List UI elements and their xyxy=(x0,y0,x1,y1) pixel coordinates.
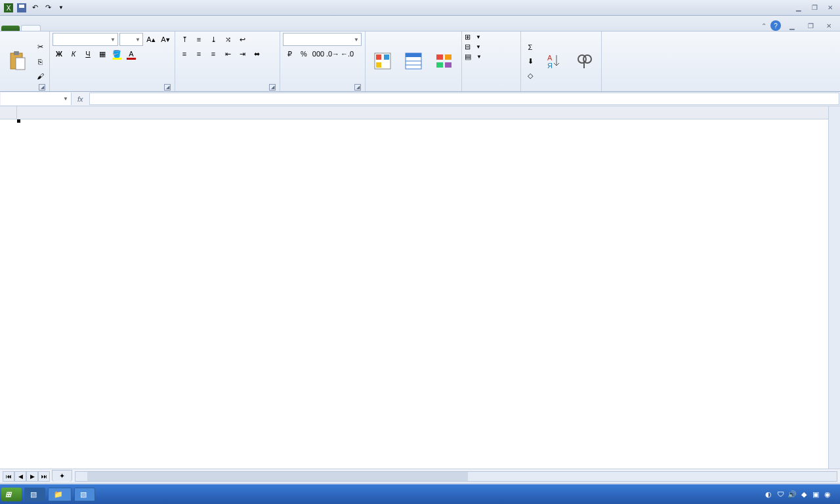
system-tray: ◐ 🛡 🔊 ◆ ▣ ◉ xyxy=(757,490,839,499)
file-tab[interactable] xyxy=(1,26,20,31)
fill-icon[interactable]: ⬇ xyxy=(524,55,537,68)
group-styles-label xyxy=(368,90,459,91)
paste-button[interactable] xyxy=(3,38,32,85)
wrap-text-icon[interactable]: ↩ xyxy=(236,33,249,46)
border-icon[interactable]: ▦ xyxy=(96,47,109,60)
align-middle-icon[interactable]: ≡ xyxy=(192,33,205,46)
decrease-font-icon[interactable]: A▾ xyxy=(159,33,172,46)
save-icon[interactable] xyxy=(16,2,28,14)
svg-rect-9 xyxy=(384,54,389,60)
align-center-icon[interactable]: ≡ xyxy=(192,47,205,60)
comma-icon[interactable]: 000 xyxy=(312,47,325,60)
select-all-corner[interactable] xyxy=(0,106,17,119)
italic-icon[interactable]: К xyxy=(67,47,80,60)
orientation-icon[interactable]: ⤭ xyxy=(221,33,234,46)
tray-icon-5[interactable]: ▣ xyxy=(811,490,820,499)
insert-cells-button[interactable]: ⊞▼ xyxy=(465,33,481,41)
align-top-icon[interactable]: ⤒ xyxy=(178,33,191,46)
sheet-prev-icon[interactable]: ◀ xyxy=(14,471,26,482)
new-sheet-button[interactable]: ✦ xyxy=(52,470,72,482)
format-cells-button[interactable]: ▤▼ xyxy=(465,52,482,61)
align-bottom-icon[interactable]: ⤓ xyxy=(207,33,220,46)
conditional-formatting-button[interactable] xyxy=(368,38,397,85)
format-as-table-button[interactable] xyxy=(399,38,428,85)
task-item-excel[interactable]: ▧ xyxy=(24,488,45,501)
tray-icon-2[interactable]: 🛡 xyxy=(776,490,785,499)
tray-icon-4[interactable]: ◆ xyxy=(799,490,808,499)
tray-icon-1[interactable]: ◐ xyxy=(764,490,773,499)
tab-formulas[interactable] xyxy=(77,26,96,31)
close-icon[interactable]: ✕ xyxy=(823,3,837,13)
format-painter-icon[interactable]: 🖌 xyxy=(33,70,47,83)
tray-icon-3[interactable]: 🔊 xyxy=(788,490,797,499)
start-button[interactable]: ⊞ xyxy=(1,488,22,501)
tab-insert[interactable] xyxy=(41,26,59,31)
minimize-icon[interactable]: ▁ xyxy=(791,3,806,13)
underline-icon[interactable]: Ч xyxy=(81,47,94,60)
increase-decimal-icon[interactable]: .0→ xyxy=(326,47,339,60)
group-clipboard-label: ◢ xyxy=(3,90,47,91)
formula-input[interactable] xyxy=(89,93,839,105)
name-box[interactable]: ▼ xyxy=(1,93,72,105)
fill-color-icon[interactable]: 🪣 xyxy=(110,47,123,60)
minimize-ribbon-icon[interactable]: ⌃ xyxy=(761,22,766,30)
clipboard-launcher-icon[interactable]: ◢ xyxy=(39,84,45,91)
percent-icon[interactable]: % xyxy=(297,47,310,60)
workbook-restore-icon[interactable]: ❐ xyxy=(803,20,818,31)
ribbon: ✂ ⎘ 🖌 ◢ ▼ ▼ A▴ A▾ Ж К Ч ▦ 🪣 A ◢ xyxy=(0,32,840,92)
tab-review[interactable] xyxy=(114,26,133,31)
font-name-combo[interactable]: ▼ xyxy=(52,33,118,46)
paste-icon xyxy=(7,51,28,72)
horizontal-scrollbar[interactable] xyxy=(75,471,837,482)
autosum-icon[interactable]: Σ xyxy=(524,41,537,54)
sheet-last-icon[interactable]: ⏭ xyxy=(38,471,50,482)
help-icon[interactable]: ? xyxy=(770,20,781,31)
restore-icon[interactable]: ❐ xyxy=(807,3,822,13)
tab-view[interactable] xyxy=(133,26,151,31)
number-format-combo[interactable]: ▼ xyxy=(283,33,362,46)
redo-icon[interactable]: ↷ xyxy=(42,2,54,14)
decrease-indent-icon[interactable]: ⇤ xyxy=(221,47,234,60)
group-number-label: ◢ xyxy=(283,90,362,91)
decrease-decimal-icon[interactable]: ←.0 xyxy=(341,47,354,60)
task-item-word[interactable]: ▧ xyxy=(74,488,95,501)
excel-icon[interactable]: X xyxy=(3,2,14,14)
sheet-next-icon[interactable]: ▶ xyxy=(26,471,38,482)
cell-styles-button[interactable] xyxy=(430,38,459,85)
font-size-combo[interactable]: ▼ xyxy=(119,33,143,46)
column-headers xyxy=(17,106,828,119)
merge-icon[interactable]: ⬌ xyxy=(250,47,263,60)
sheet-tab-row: ⏮ ◀ ▶ ⏭ ✦ xyxy=(0,469,840,483)
undo-icon[interactable]: ↶ xyxy=(29,2,41,14)
sort-filter-button[interactable]: АЯ xyxy=(539,38,568,85)
increase-font-icon[interactable]: A▴ xyxy=(144,33,158,46)
tab-page-layout[interactable] xyxy=(59,26,77,31)
group-styles xyxy=(366,32,462,91)
align-right-icon[interactable]: ≡ xyxy=(207,47,220,60)
increase-indent-icon[interactable]: ⇥ xyxy=(236,47,249,60)
bold-icon[interactable]: Ж xyxy=(52,47,66,60)
font-launcher-icon[interactable]: ◢ xyxy=(164,84,171,91)
tab-data[interactable] xyxy=(96,26,114,31)
tab-home[interactable] xyxy=(21,25,41,31)
cut-icon[interactable]: ✂ xyxy=(33,41,47,54)
svg-rect-15 xyxy=(436,54,443,60)
copy-icon[interactable]: ⎘ xyxy=(33,55,47,68)
workbook-close-icon[interactable]: ✕ xyxy=(822,20,836,31)
clear-icon[interactable]: ◇ xyxy=(524,70,537,83)
vertical-scrollbar[interactable] xyxy=(828,106,840,469)
sheet-first-icon[interactable]: ⏮ xyxy=(3,471,14,482)
group-cells-label xyxy=(465,90,518,91)
delete-cells-button[interactable]: ⊟▼ xyxy=(465,43,481,51)
align-left-icon[interactable]: ≡ xyxy=(178,47,191,60)
task-item-explorer[interactable]: 📁 xyxy=(48,488,72,501)
number-launcher-icon[interactable]: ◢ xyxy=(354,84,361,91)
qat-dropdown-icon[interactable]: ▼ xyxy=(55,2,67,14)
fx-icon[interactable]: fx xyxy=(75,95,86,103)
workbook-minimize-icon[interactable]: ▁ xyxy=(785,20,799,31)
font-color-icon[interactable]: A xyxy=(125,47,138,60)
currency-icon[interactable]: ₽ xyxy=(283,47,296,60)
align-launcher-icon[interactable]: ◢ xyxy=(269,84,276,91)
find-select-button[interactable] xyxy=(570,38,598,85)
tray-icon-6[interactable]: ◉ xyxy=(823,490,832,499)
